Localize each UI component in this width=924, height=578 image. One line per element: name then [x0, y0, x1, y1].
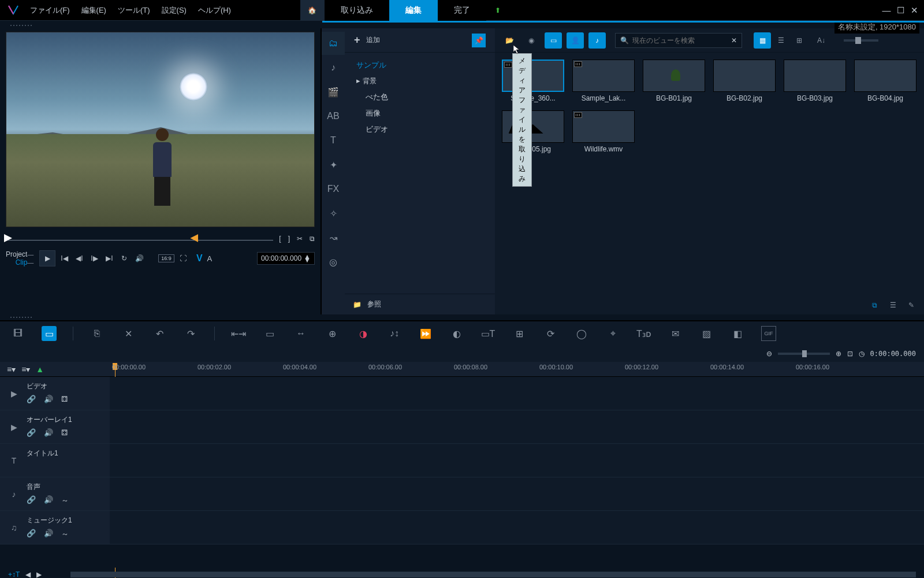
preview-canvas[interactable]: [6, 32, 315, 227]
mode-label[interactable]: Project—Clip—: [6, 250, 37, 267]
view-grid-icon[interactable]: ⊞: [791, 32, 808, 49]
menu-help[interactable]: ヘルプ(H): [198, 5, 231, 16]
sort-icon[interactable]: A↓: [813, 32, 830, 49]
cat-title-icon[interactable]: AB: [322, 105, 345, 128]
track-body[interactable]: [110, 377, 924, 410]
zoom-slider[interactable]: [778, 353, 830, 355]
track-ctrl[interactable]: ⚃: [61, 428, 68, 437]
track-opts2-icon[interactable]: ≡▾: [21, 365, 30, 374]
zoom-out-icon[interactable]: ⊖: [766, 350, 772, 358]
3d-title-icon[interactable]: T₃ᴅ: [636, 326, 651, 341]
crop-icon[interactable]: ▭: [262, 326, 277, 341]
clear-search-icon[interactable]: ✕: [731, 36, 737, 45]
stabilize-icon[interactable]: ⌖: [605, 326, 620, 341]
cat-audio-icon[interactable]: ♪: [322, 56, 345, 79]
media-item[interactable]: Sample_Lak...: [572, 60, 635, 102]
timeline-timecode[interactable]: 0:00:00.000: [870, 350, 916, 358]
split-icon[interactable]: ✂: [297, 235, 303, 243]
track-ctrl[interactable]: ～: [61, 529, 69, 539]
track-header[interactable]: ▶オーバーレイ1🔗🔊⚃: [0, 410, 110, 443]
cat-tracking-icon[interactable]: ◎: [322, 250, 345, 273]
cat-path-icon[interactable]: ↝: [322, 226, 345, 249]
drag-handle-top[interactable]: [0, 23, 924, 28]
panel-list-icon[interactable]: ☰: [886, 299, 900, 312]
zoom-in-icon[interactable]: ⊕: [836, 350, 841, 358]
search-box[interactable]: 🔍 ✕: [615, 33, 742, 48]
track-motion-icon[interactable]: ◯: [574, 326, 589, 341]
tab-edit[interactable]: 編集: [389, 0, 438, 21]
track-ctrl[interactable]: ～: [61, 495, 69, 506]
chroma-icon[interactable]: ◐: [449, 326, 464, 341]
timecode[interactable]: 00:00:00.000▲▼: [257, 252, 315, 265]
view-thumb-icon[interactable]: ▦: [754, 32, 771, 49]
redo-icon[interactable]: ↷: [183, 326, 198, 341]
fit-clip-icon[interactable]: ⇤⇥: [231, 326, 246, 341]
tree-video[interactable]: ビデオ: [353, 121, 487, 138]
mask-icon[interactable]: ✉: [668, 326, 683, 341]
track-header[interactable]: Tタイトル1: [0, 444, 110, 477]
tree-image[interactable]: 画像: [353, 105, 487, 121]
scroll-left-icon[interactable]: ◀: [25, 570, 31, 578]
media-item[interactable]: BG-B01.jpg: [643, 60, 705, 102]
view-list-icon[interactable]: ☰: [772, 32, 789, 49]
timeline-view-icon[interactable]: ▭: [42, 326, 57, 341]
color-icon[interactable]: ◑: [356, 326, 371, 341]
menu-file[interactable]: ファイル(F): [30, 5, 70, 16]
fit-timeline-icon[interactable]: ⊡: [847, 350, 853, 358]
upload-button[interactable]: ⬆: [486, 0, 509, 21]
track-ctrl[interactable]: 🔊: [44, 495, 53, 506]
track-body[interactable]: [110, 511, 924, 544]
menu-settings[interactable]: 設定(S): [162, 5, 187, 16]
drag-handle-mid[interactable]: [0, 314, 924, 320]
track-header[interactable]: ♪音声🔗🔊～: [0, 477, 110, 510]
resize-preview-icon[interactable]: ⛶: [177, 252, 189, 265]
media-item[interactable]: BG-B04.jpg: [854, 60, 916, 102]
filter-video-icon[interactable]: ▭: [545, 32, 562, 49]
track-body[interactable]: [110, 477, 924, 510]
track-opts-icon[interactable]: ≡▾: [7, 365, 16, 374]
mark-out-icon[interactable]: ]: [288, 235, 290, 243]
browse-label[interactable]: 参照: [367, 299, 381, 309]
media-item[interactable]: BG-B05.jpg: [502, 110, 564, 153]
track-header[interactable]: ♫ミュージック1🔗🔊～: [0, 511, 110, 544]
h-scrollbar[interactable]: [70, 572, 916, 577]
multiview-icon[interactable]: ⊞: [512, 326, 527, 341]
filter-photo-icon[interactable]: 👤: [567, 32, 584, 49]
subtitle-icon[interactable]: ▭T: [480, 326, 495, 341]
track-body[interactable]: [110, 410, 924, 443]
prev-frame-button[interactable]: ◀I: [73, 252, 85, 265]
media-item[interactable]: Sample_360...: [502, 60, 564, 102]
cat-graphic-icon[interactable]: ✦: [322, 153, 345, 176]
cat-filter-icon[interactable]: ✧: [322, 202, 345, 225]
add-folder-icon[interactable]: +: [354, 34, 360, 46]
mark-in-icon[interactable]: [: [279, 235, 281, 243]
add-track-button[interactable]: +↕T: [8, 570, 20, 578]
gif-icon[interactable]: GIF: [761, 326, 776, 341]
volume-button[interactable]: 🔊: [133, 252, 146, 265]
tree-solid[interactable]: べた色: [353, 89, 487, 105]
aspect-ratio[interactable]: 16:9: [158, 254, 174, 262]
tab-share[interactable]: 完了: [438, 0, 486, 21]
cat-media-icon[interactable]: 🗂: [322, 32, 345, 55]
resize-icon[interactable]: ⊕: [325, 326, 340, 341]
track-body[interactable]: [110, 444, 924, 477]
track-ctrl[interactable]: 🔊: [44, 529, 53, 539]
track-header[interactable]: ▶ビデオ🔗🔊⚃: [0, 377, 110, 410]
track-ctrl[interactable]: 🔊: [44, 428, 53, 437]
add-folder-label[interactable]: 追加: [366, 35, 380, 45]
track-ctrl[interactable]: ⚃: [61, 395, 68, 403]
goto-end-button[interactable]: ▶I: [103, 252, 116, 265]
track-ctrl[interactable]: 🔗: [27, 428, 36, 437]
a-toggle[interactable]: A: [207, 254, 213, 263]
media-item[interactable]: BG-B03.jpg: [784, 60, 846, 102]
menu-tools[interactable]: ツール(T): [118, 5, 150, 16]
copy-attr-icon[interactable]: ⎘: [90, 326, 105, 341]
close-button[interactable]: ✕: [908, 4, 921, 17]
tree-background[interactable]: ▸ 背景: [353, 73, 487, 89]
play-button[interactable]: ▶: [39, 250, 55, 266]
time-ruler[interactable]: 00:00:00.0000:00:02.0000:00:04.0000:00:0…: [110, 362, 924, 376]
clock-icon[interactable]: ◷: [859, 350, 865, 358]
undo-icon[interactable]: ↶: [152, 326, 167, 341]
marker-icon[interactable]: ▲: [36, 365, 44, 374]
tab-capture[interactable]: 取り込み: [325, 0, 389, 21]
